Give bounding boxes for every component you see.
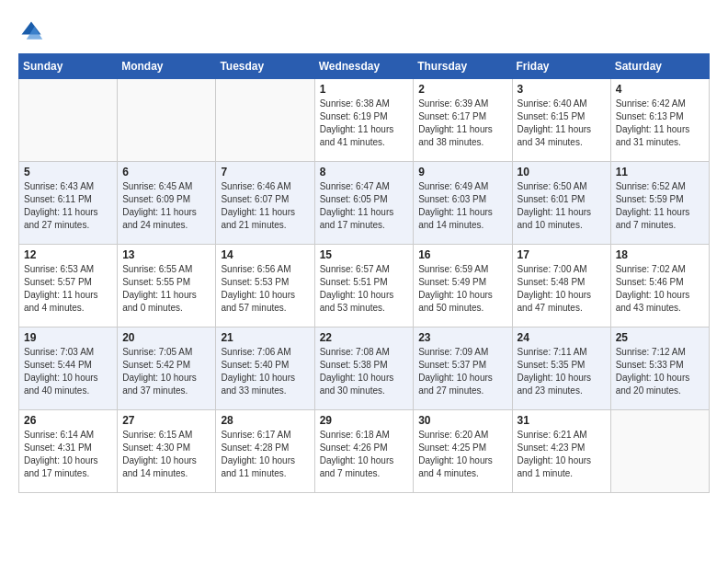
logo-icon: [18, 18, 44, 44]
day-cell-6: 6Sunrise: 6:45 AM Sunset: 6:09 PM Daylig…: [118, 162, 216, 245]
day-cell-15: 15Sunrise: 6:57 AM Sunset: 5:51 PM Dayli…: [314, 245, 414, 327]
day-info: Sunrise: 6:14 AM Sunset: 4:31 PM Dayligh…: [24, 429, 112, 480]
day-number: 7: [221, 166, 309, 178]
day-cell-3: 3Sunrise: 6:40 AM Sunset: 6:15 PM Daylig…: [512, 79, 610, 162]
day-cell-20: 20Sunrise: 7:05 AM Sunset: 5:42 PM Dayli…: [118, 327, 216, 410]
day-number: 25: [616, 331, 704, 344]
day-number: 10: [518, 166, 606, 178]
weekday-header-wednesday: Wednesday: [314, 54, 414, 79]
day-number: 2: [418, 83, 506, 96]
empty-cell: [118, 79, 216, 162]
day-cell-26: 26Sunrise: 6:14 AM Sunset: 4:31 PM Dayli…: [19, 410, 118, 493]
day-number: 31: [518, 414, 606, 427]
day-info: Sunrise: 6:52 AM Sunset: 5:59 PM Dayligh…: [616, 180, 704, 232]
day-info: Sunrise: 6:42 AM Sunset: 6:13 PM Dayligh…: [616, 98, 704, 149]
day-info: Sunrise: 6:43 AM Sunset: 6:11 PM Dayligh…: [24, 180, 112, 232]
day-info: Sunrise: 6:45 AM Sunset: 6:09 PM Dayligh…: [122, 180, 210, 232]
day-number: 1: [320, 83, 409, 96]
day-cell-16: 16Sunrise: 6:59 AM Sunset: 5:49 PM Dayli…: [414, 245, 512, 327]
week-row-4: 19Sunrise: 7:03 AM Sunset: 5:44 PM Dayli…: [19, 327, 710, 410]
day-cell-23: 23Sunrise: 7:09 AM Sunset: 5:37 PM Dayli…: [414, 327, 512, 410]
day-number: 23: [418, 331, 506, 344]
day-number: 13: [122, 248, 210, 261]
day-info: Sunrise: 6:47 AM Sunset: 6:05 PM Dayligh…: [320, 180, 409, 232]
week-row-3: 12Sunrise: 6:53 AM Sunset: 5:57 PM Dayli…: [19, 245, 710, 327]
day-number: 29: [320, 414, 409, 427]
day-info: Sunrise: 7:11 AM Sunset: 5:35 PM Dayligh…: [518, 346, 606, 397]
day-info: Sunrise: 6:53 AM Sunset: 5:57 PM Dayligh…: [24, 263, 112, 315]
day-number: 8: [320, 166, 409, 178]
day-info: Sunrise: 6:38 AM Sunset: 6:19 PM Dayligh…: [320, 98, 409, 149]
day-cell-2: 2Sunrise: 6:39 AM Sunset: 6:17 PM Daylig…: [414, 79, 512, 162]
day-info: Sunrise: 7:03 AM Sunset: 5:44 PM Dayligh…: [24, 346, 112, 397]
day-number: 22: [320, 331, 409, 344]
empty-cell: [19, 79, 118, 162]
day-number: 20: [122, 331, 210, 344]
day-number: 9: [418, 166, 506, 178]
week-row-1: 1Sunrise: 6:38 AM Sunset: 6:19 PM Daylig…: [19, 79, 710, 162]
day-number: 18: [616, 248, 704, 261]
day-info: Sunrise: 7:06 AM Sunset: 5:40 PM Dayligh…: [221, 346, 309, 397]
day-info: Sunrise: 6:55 AM Sunset: 5:55 PM Dayligh…: [122, 263, 210, 315]
day-cell-19: 19Sunrise: 7:03 AM Sunset: 5:44 PM Dayli…: [19, 327, 118, 410]
day-cell-18: 18Sunrise: 7:02 AM Sunset: 5:46 PM Dayli…: [610, 245, 709, 327]
week-row-2: 5Sunrise: 6:43 AM Sunset: 6:11 PM Daylig…: [19, 162, 710, 245]
weekday-header-row: SundayMondayTuesdayWednesdayThursdayFrid…: [19, 54, 710, 79]
day-cell-17: 17Sunrise: 7:00 AM Sunset: 5:48 PM Dayli…: [512, 245, 610, 327]
day-number: 4: [616, 83, 704, 96]
weekday-header-thursday: Thursday: [414, 54, 512, 79]
day-info: Sunrise: 6:21 AM Sunset: 4:23 PM Dayligh…: [518, 429, 606, 480]
day-info: Sunrise: 7:05 AM Sunset: 5:42 PM Dayligh…: [122, 346, 210, 397]
day-info: Sunrise: 6:57 AM Sunset: 5:51 PM Dayligh…: [320, 263, 409, 315]
day-cell-22: 22Sunrise: 7:08 AM Sunset: 5:38 PM Dayli…: [314, 327, 414, 410]
day-info: Sunrise: 7:09 AM Sunset: 5:37 PM Dayligh…: [418, 346, 506, 397]
day-number: 30: [418, 414, 506, 427]
day-info: Sunrise: 7:08 AM Sunset: 5:38 PM Dayligh…: [320, 346, 409, 397]
day-number: 15: [320, 248, 409, 261]
day-cell-4: 4Sunrise: 6:42 AM Sunset: 6:13 PM Daylig…: [610, 79, 709, 162]
day-number: 5: [24, 166, 112, 178]
day-cell-29: 29Sunrise: 6:18 AM Sunset: 4:26 PM Dayli…: [314, 410, 414, 493]
day-number: 28: [221, 414, 309, 427]
day-cell-10: 10Sunrise: 6:50 AM Sunset: 6:01 PM Dayli…: [512, 162, 610, 245]
day-info: Sunrise: 6:15 AM Sunset: 4:30 PM Dayligh…: [122, 429, 210, 480]
day-cell-7: 7Sunrise: 6:46 AM Sunset: 6:07 PM Daylig…: [216, 162, 314, 245]
day-cell-1: 1Sunrise: 6:38 AM Sunset: 6:19 PM Daylig…: [314, 79, 414, 162]
day-info: Sunrise: 7:12 AM Sunset: 5:33 PM Dayligh…: [616, 346, 704, 397]
day-info: Sunrise: 6:46 AM Sunset: 6:07 PM Dayligh…: [221, 180, 309, 232]
day-cell-21: 21Sunrise: 7:06 AM Sunset: 5:40 PM Dayli…: [216, 327, 314, 410]
day-info: Sunrise: 6:40 AM Sunset: 6:15 PM Dayligh…: [518, 98, 606, 149]
page-header: [18, 18, 710, 44]
day-cell-5: 5Sunrise: 6:43 AM Sunset: 6:11 PM Daylig…: [19, 162, 118, 245]
logo: [18, 18, 48, 44]
day-cell-13: 13Sunrise: 6:55 AM Sunset: 5:55 PM Dayli…: [118, 245, 216, 327]
day-cell-11: 11Sunrise: 6:52 AM Sunset: 5:59 PM Dayli…: [610, 162, 709, 245]
day-number: 14: [221, 248, 309, 261]
day-cell-14: 14Sunrise: 6:56 AM Sunset: 5:53 PM Dayli…: [216, 245, 314, 327]
day-info: Sunrise: 6:20 AM Sunset: 4:25 PM Dayligh…: [418, 429, 506, 480]
day-cell-27: 27Sunrise: 6:15 AM Sunset: 4:30 PM Dayli…: [118, 410, 216, 493]
day-cell-28: 28Sunrise: 6:17 AM Sunset: 4:28 PM Dayli…: [216, 410, 314, 493]
day-info: Sunrise: 6:56 AM Sunset: 5:53 PM Dayligh…: [221, 263, 309, 315]
day-number: 6: [122, 166, 210, 178]
day-number: 3: [518, 83, 606, 96]
day-number: 26: [24, 414, 112, 427]
day-cell-31: 31Sunrise: 6:21 AM Sunset: 4:23 PM Dayli…: [512, 410, 610, 493]
day-info: Sunrise: 6:49 AM Sunset: 6:03 PM Dayligh…: [418, 180, 506, 232]
empty-cell: [610, 410, 709, 493]
day-info: Sunrise: 7:02 AM Sunset: 5:46 PM Dayligh…: [616, 263, 704, 315]
day-number: 27: [122, 414, 210, 427]
day-cell-12: 12Sunrise: 6:53 AM Sunset: 5:57 PM Dayli…: [19, 245, 118, 327]
day-number: 17: [518, 248, 606, 261]
day-info: Sunrise: 6:39 AM Sunset: 6:17 PM Dayligh…: [418, 98, 506, 149]
day-info: Sunrise: 6:50 AM Sunset: 6:01 PM Dayligh…: [518, 180, 606, 232]
weekday-header-saturday: Saturday: [610, 54, 709, 79]
day-number: 12: [24, 248, 112, 261]
day-info: Sunrise: 6:59 AM Sunset: 5:49 PM Dayligh…: [418, 263, 506, 315]
weekday-header-sunday: Sunday: [19, 54, 118, 79]
empty-cell: [216, 79, 314, 162]
day-number: 19: [24, 331, 112, 344]
weekday-header-monday: Monday: [118, 54, 216, 79]
calendar-table: SundayMondayTuesdayWednesdayThursdayFrid…: [18, 53, 710, 493]
day-cell-9: 9Sunrise: 6:49 AM Sunset: 6:03 PM Daylig…: [414, 162, 512, 245]
